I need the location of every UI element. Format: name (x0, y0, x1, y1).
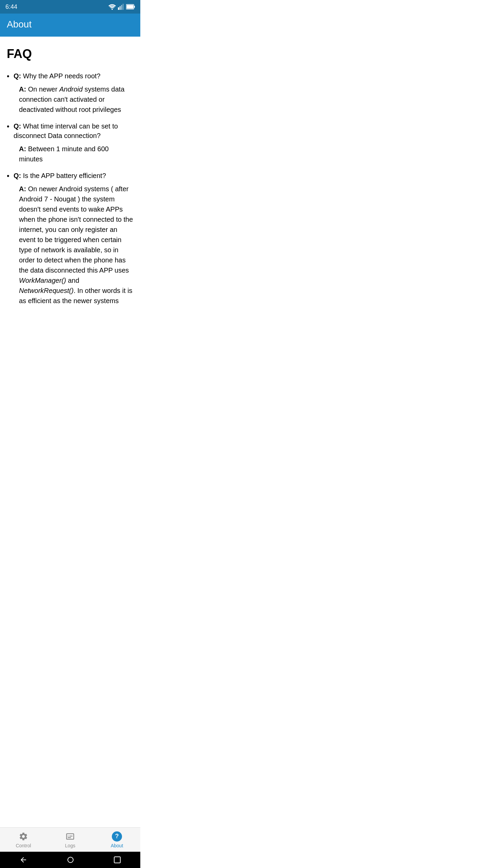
app-bar: About (0, 14, 140, 37)
faq-a-label-3: A: (19, 185, 26, 193)
faq-answer-text-3: On newer Android systems ( after Android… (19, 185, 133, 304)
faq-question-text-1: Why the APP needs root? (23, 72, 101, 80)
svg-point-0 (111, 9, 113, 10)
faq-heading: FAQ (7, 47, 134, 61)
faq-a-label-1: A: (19, 85, 26, 93)
svg-rect-7 (127, 5, 134, 9)
svg-rect-4 (123, 4, 124, 10)
app-bar-title: About (7, 19, 32, 29)
content-area: FAQ Q: Why the APP needs root? A: On new… (0, 37, 140, 347)
faq-question-2: Q: What time interval can be set to disc… (14, 121, 134, 140)
svg-rect-1 (118, 7, 119, 10)
faq-answer-text-1: On newer Android systems data connection… (19, 85, 124, 113)
status-icons (108, 4, 135, 10)
faq-answer-3: A: On newer Android systems ( after Andr… (14, 184, 134, 306)
faq-item-2: Q: What time interval can be set to disc… (7, 121, 134, 164)
faq-answer-2: A: Between 1 minute and 600 minutes (14, 144, 134, 164)
svg-rect-2 (120, 6, 121, 10)
battery-icon (126, 4, 135, 9)
wifi-icon (108, 4, 116, 10)
signal-icon (118, 4, 124, 10)
faq-a-label-2: A: (19, 145, 26, 153)
status-bar: 6:44 (0, 0, 140, 14)
faq-question-1: Q: Why the APP needs root? (14, 71, 134, 81)
faq-question-text-3: Is the APP battery efficient? (23, 172, 106, 179)
faq-question-text-2: What time interval can be set to disconn… (14, 122, 118, 139)
faq-q-label-1: Q: (14, 72, 21, 80)
status-time: 6:44 (5, 3, 17, 11)
faq-question-3: Q: Is the APP battery efficient? (14, 171, 134, 180)
svg-rect-3 (121, 5, 122, 10)
faq-item-1: Q: Why the APP needs root? A: On newer A… (7, 71, 134, 115)
svg-rect-6 (134, 6, 135, 8)
faq-q-label-3: Q: (14, 172, 21, 179)
faq-answer-1: A: On newer Android systems data connect… (14, 84, 134, 115)
faq-answer-text-2: Between 1 minute and 600 minutes (19, 145, 109, 163)
faq-q-label-2: Q: (14, 122, 21, 130)
faq-list: Q: Why the APP needs root? A: On newer A… (7, 71, 134, 306)
faq-item-3: Q: Is the APP battery efficient? A: On n… (7, 171, 134, 306)
